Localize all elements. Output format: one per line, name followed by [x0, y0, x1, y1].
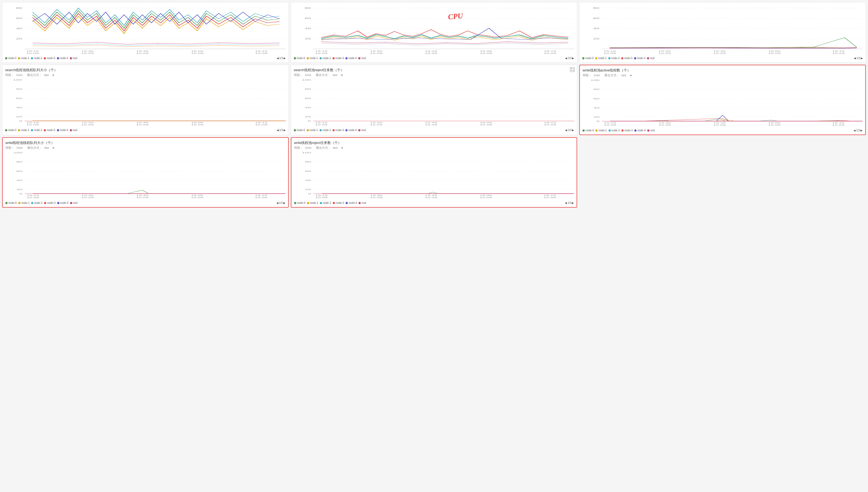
- chart-area-5: 100 80 60 40 20 0 15:19 10-09 15:30 10-0…: [294, 79, 574, 127]
- prev-icon[interactable]: ◀: [277, 57, 279, 59]
- svg-text:0: 0: [308, 120, 311, 122]
- svg-text:10-09: 10-09: [425, 52, 437, 54]
- svg-text:20: 20: [16, 188, 23, 191]
- svg-text:10-09: 10-09: [315, 52, 328, 54]
- next-icon[interactable]: ▶: [283, 57, 286, 59]
- next-icon-4[interactable]: ▶: [283, 129, 286, 131]
- chart-8-legend: node-0 node-1 node-2 node-3 node-4 nod: [294, 201, 574, 204]
- legend-node0: node-0: [5, 57, 16, 59]
- prev-icon-7[interactable]: ◀: [276, 201, 278, 204]
- next-icon-2[interactable]: ▶: [572, 57, 574, 59]
- page-indicator-7: 1/3: [279, 201, 283, 204]
- svg-text:10-09: 10-09: [832, 52, 845, 54]
- expand-icon-5[interactable]: [570, 67, 575, 72]
- legend-node1-2: node-1: [307, 57, 318, 59]
- svg-text:80: 80: [16, 88, 22, 90]
- svg-text:40: 40: [305, 106, 311, 109]
- chart-5-title: search线程池reject任务数（个）: [294, 68, 574, 73]
- chart-area-2: CPU 80 60 40 20 15:19 10-09 15:30 10-09 …: [294, 7, 574, 55]
- svg-text:10-09: 10-09: [81, 52, 94, 54]
- svg-text:60: 60: [305, 170, 311, 172]
- page-nav-8[interactable]: ◀ 1/3 ▶: [565, 201, 574, 204]
- page-nav-6[interactable]: ◀ 1/3 ▶: [853, 129, 863, 132]
- legend-node4-6: node-4: [634, 129, 646, 132]
- svg-text:40: 40: [305, 27, 311, 30]
- prev-icon-5[interactable]: ◀: [565, 129, 567, 131]
- svg-text:10-09: 10-09: [81, 124, 94, 126]
- agg-dropdown-7[interactable]: [52, 147, 54, 149]
- svg-text:10-09: 10-09: [26, 52, 39, 54]
- chart-1-legend: node-0 node-1 node-2 node-3 node-4 nod: [5, 57, 286, 59]
- prev-icon-4[interactable]: ◀: [277, 129, 279, 131]
- period-label-5: 周期：: [294, 73, 303, 77]
- chart-area-8: 100 80 60 40 20 0 15:19 10-09 15:30 10-0…: [294, 151, 574, 200]
- chart-card-4: search线程池线程队列大小（个） 周期：1min 聚合方式：last 100…: [2, 65, 289, 135]
- agg-label-4: 聚合方式：: [27, 73, 42, 77]
- legend-nod-6: nod: [647, 129, 655, 132]
- svg-text:10-09: 10-09: [480, 52, 492, 54]
- agg-dropdown-4[interactable]: [52, 75, 54, 76]
- period-val-4: 1min: [16, 73, 23, 77]
- svg-text:10-09: 10-09: [713, 52, 726, 54]
- legend-node0-7: node-0: [5, 201, 17, 204]
- legend-node4-5: node-4: [345, 129, 357, 131]
- legend-node2-4: node-2: [31, 129, 42, 131]
- legend-node1: node-1: [18, 57, 29, 59]
- next-icon-3[interactable]: ▶: [861, 57, 863, 59]
- agg-dropdown-5[interactable]: [341, 75, 343, 76]
- svg-text:10-09: 10-09: [315, 196, 328, 198]
- svg-text:10-09: 10-09: [26, 124, 39, 126]
- page-nav-7[interactable]: ◀ 1/3 ▶: [276, 201, 286, 204]
- svg-text:40: 40: [16, 27, 22, 30]
- legend-node0-3: node-0: [582, 57, 594, 59]
- svg-text:100: 100: [302, 79, 311, 81]
- page-nav-2[interactable]: ◀ 1/3 ▶: [565, 57, 574, 59]
- chart-6-legend: node-0 node-1 node-2 node-3 node-4 nod: [582, 129, 863, 132]
- legend-node0-6: node-0: [582, 129, 594, 132]
- prev-icon-2[interactable]: ◀: [565, 57, 567, 59]
- dashboard: 80 60 40 20 15:19 10-09 15:30 10-09 15:4…: [0, 0, 868, 210]
- legend-node0-2: node-0: [294, 57, 305, 59]
- svg-text:10-09: 10-09: [136, 196, 149, 198]
- svg-text:10-09: 10-09: [191, 52, 204, 54]
- page-indicator: 1/3: [279, 57, 283, 59]
- chart-4-subtitle: 周期：1min 聚合方式：last: [5, 73, 286, 77]
- svg-text:20: 20: [16, 116, 22, 118]
- next-icon-6[interactable]: ▶: [861, 129, 863, 132]
- chart-4-header: search线程池线程队列大小（个） 周期：1min 聚合方式：last: [5, 68, 286, 77]
- legend-node2-8: node-2: [320, 201, 331, 204]
- svg-text:100: 100: [591, 79, 600, 81]
- svg-text:40: 40: [16, 179, 23, 181]
- svg-text:10-09: 10-09: [544, 52, 556, 54]
- agg-val-6: last: [621, 74, 626, 77]
- svg-text:0: 0: [596, 120, 600, 122]
- period-label-4: 周期：: [5, 73, 14, 77]
- svg-text:20: 20: [305, 188, 311, 191]
- prev-icon-8[interactable]: ◀: [565, 201, 567, 204]
- svg-text:80: 80: [593, 7, 599, 9]
- chart-card-3: 80 60 40 20 15:19 10-09 15:30 10-09 15:4…: [579, 2, 866, 63]
- svg-text:10-09: 10-09: [768, 124, 781, 126]
- agg-val-8: last: [333, 146, 338, 149]
- svg-text:60: 60: [305, 97, 311, 99]
- next-icon-8[interactable]: ▶: [572, 201, 574, 204]
- agg-dropdown-6[interactable]: [630, 75, 632, 76]
- legend-node0-5: node-0: [294, 129, 305, 131]
- legend-node1-5: node-1: [307, 129, 318, 131]
- svg-text:10-09: 10-09: [255, 196, 268, 198]
- legend-node2-7: node-2: [31, 201, 43, 204]
- prev-icon-6[interactable]: ◀: [853, 129, 855, 132]
- agg-dropdown-8[interactable]: [341, 147, 343, 149]
- page-nav-4[interactable]: ◀ 1/3 ▶: [277, 129, 286, 131]
- svg-text:60: 60: [305, 17, 311, 20]
- svg-text:0: 0: [19, 193, 23, 195]
- next-icon-7[interactable]: ▶: [283, 201, 286, 204]
- page-indicator-3: 1/3: [857, 57, 860, 59]
- page-nav-1[interactable]: ◀ 1/3 ▶: [277, 57, 286, 59]
- page-indicator-6: 1/3: [856, 129, 860, 132]
- next-icon-5[interactable]: ▶: [572, 129, 574, 131]
- page-nav-3[interactable]: ◀ 1/3 ▶: [854, 57, 863, 59]
- page-nav-5[interactable]: ◀ 1/3 ▶: [565, 129, 574, 131]
- prev-icon-3[interactable]: ◀: [854, 57, 856, 59]
- svg-text:0: 0: [308, 193, 311, 195]
